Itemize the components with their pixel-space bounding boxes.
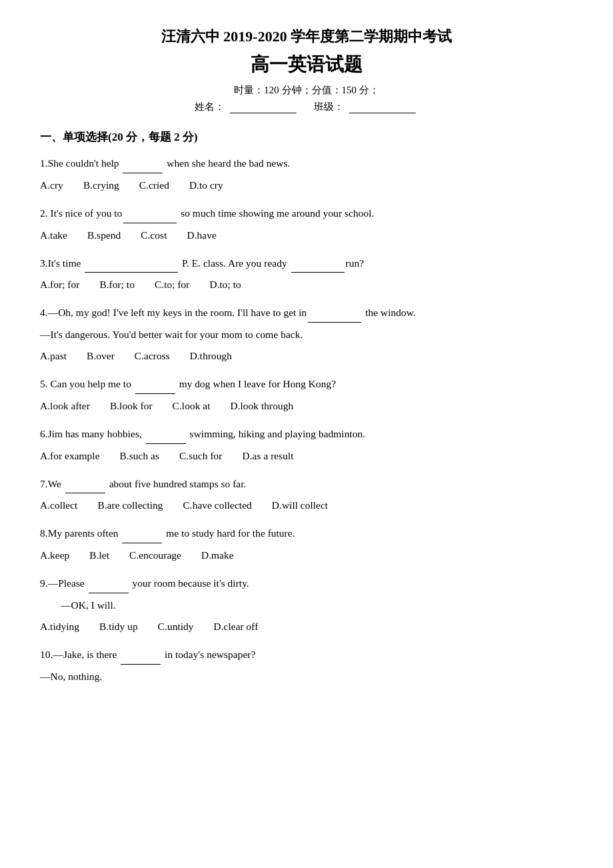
q3-text: 3.It's time P. E. class. Are you ready r…	[40, 254, 573, 273]
q5-optC: C.look at	[173, 397, 211, 415]
q1-optA: A.cry	[40, 176, 63, 195]
q8-optD: D.make	[201, 546, 234, 565]
q5-text: 5. Can you help me to my dog when I leav…	[40, 375, 573, 394]
q7-optD: D.will collect	[272, 496, 328, 515]
q6-optD: D.as a result	[243, 447, 294, 465]
q7-text: 7.We about five hundred stamps so far.	[40, 475, 573, 494]
q6-blank	[146, 425, 186, 444]
q1-optD: D.to cry	[189, 176, 223, 195]
question-5: 5. Can you help me to my dog when I leav…	[40, 375, 573, 415]
section1-title: 一、单项选择(20 分，每题 2 分)	[40, 129, 573, 145]
q10-blank	[121, 645, 161, 665]
class-blank	[349, 101, 416, 113]
q9-blank	[89, 574, 129, 593]
q8-optC: C.encourage	[129, 546, 181, 565]
question-9: 9.—Please your room because it's dirty. …	[40, 574, 573, 636]
q8-options: A.keep B.let C.encourage D.make	[40, 546, 573, 565]
q8-blank	[122, 524, 162, 543]
q6-optA: A.for example	[40, 447, 100, 465]
q4-text: 4.—Oh, my god! I've left my keys in the …	[40, 303, 573, 323]
name-label: 姓名：	[195, 101, 225, 112]
q5-optA: A.look after	[40, 397, 90, 415]
q3-blank1	[85, 254, 178, 273]
q9-optC: C.untidy	[158, 617, 194, 636]
q5-optD: D.look through	[230, 397, 293, 415]
q6-optB: B.such as	[120, 447, 159, 465]
q3-optA: A.for; for	[40, 275, 79, 294]
class-label: 班级：	[314, 101, 344, 112]
q9-optB: B.tidy up	[99, 617, 138, 636]
question-7: 7.We about five hundred stamps so far. A…	[40, 475, 573, 515]
q2-optD: D.have	[187, 226, 216, 245]
q9-text: 9.—Please your room because it's dirty.	[40, 574, 573, 593]
q10-text: 10.—Jake, is there in today's newspaper?	[40, 645, 573, 665]
question-2: 2. It's nice of you to so much time show…	[40, 204, 573, 245]
q10-text2: —No, nothing.	[40, 667, 573, 686]
q4-optB: B.over	[87, 347, 115, 365]
q2-blank	[123, 204, 177, 223]
q4-optC: C.across	[135, 347, 170, 365]
q9-text2: —OK, I will.	[40, 596, 573, 615]
q4-blank	[308, 303, 361, 323]
exam-title-main: 汪清六中 2019-2020 学年度第二学期期中考试	[40, 27, 573, 47]
q6-options: A.for example B.such as C.such for D.as …	[40, 447, 573, 465]
exam-header: 汪清六中 2019-2020 学年度第二学期期中考试 高一英语试题 时量：120…	[40, 27, 573, 113]
question-6: 6.Jim has many hobbies, swimming, hiking…	[40, 425, 573, 465]
q3-options: A.for; for B.for; to C.to; for D.to; to	[40, 275, 573, 294]
q7-optA: A.collect	[40, 496, 77, 515]
q3-optC: C.to; for	[155, 275, 190, 294]
question-4: 4.—Oh, my god! I've left my keys in the …	[40, 303, 573, 365]
q1-optC: C.cried	[139, 176, 169, 195]
q7-optC: C.have collected	[183, 496, 252, 515]
q2-optA: A.take	[40, 226, 67, 245]
q7-optB: B.are collecting	[97, 496, 163, 515]
q5-optB: B.look for	[110, 397, 153, 415]
exam-fields: 姓名： 班级：	[40, 101, 573, 113]
q2-optC: C.cost	[141, 226, 167, 245]
q7-blank	[65, 475, 105, 494]
q3-blank2	[291, 254, 344, 273]
question-3: 3.It's time P. E. class. Are you ready r…	[40, 254, 573, 295]
q2-text: 2. It's nice of you to so much time show…	[40, 204, 573, 223]
q5-blank	[135, 375, 175, 394]
question-1: 1.She couldn't help when she heard the b…	[40, 154, 573, 195]
q8-text: 8.My parents often me to study hard for …	[40, 524, 573, 543]
q1-blank	[123, 154, 163, 173]
question-10: 10.—Jake, is there in today's newspaper?…	[40, 645, 573, 686]
q1-options: A.cry B.crying C.cried D.to cry	[40, 176, 573, 195]
q6-optC: C.such for	[179, 447, 223, 465]
q5-options: A.look after B.look for C.look at D.look…	[40, 397, 573, 415]
q4-optD: D.through	[190, 347, 232, 365]
q9-options: A.tidying B.tidy up C.untidy D.clear off	[40, 617, 573, 636]
exam-time-score: 时量：120 分钟；分值：150 分；	[40, 84, 573, 97]
q3-optB: B.for; to	[99, 275, 135, 294]
q6-text: 6.Jim has many hobbies, swimming, hiking…	[40, 425, 573, 444]
q8-optA: A.keep	[40, 546, 69, 565]
name-blank	[230, 101, 297, 113]
q2-optB: B.spend	[87, 226, 121, 245]
q9-optA: A.tidying	[40, 617, 79, 636]
q8-optB: B.let	[89, 546, 109, 565]
q3-optD: D.to; to	[209, 275, 241, 294]
q9-optD: D.clear off	[214, 617, 259, 636]
q1-optB: B.crying	[83, 176, 119, 195]
q4-optA: A.past	[40, 347, 67, 365]
q2-options: A.take B.spend C.cost D.have	[40, 226, 573, 245]
q1-text: 1.She couldn't help when she heard the b…	[40, 154, 573, 173]
exam-title-sub: 高一英语试题	[40, 52, 573, 77]
q7-options: A.collect B.are collecting C.have collec…	[40, 496, 573, 515]
q4-options: A.past B.over C.across D.through	[40, 347, 573, 365]
q4-text2: —It's dangerous. You'd better wait for y…	[40, 325, 573, 344]
question-8: 8.My parents often me to study hard for …	[40, 524, 573, 565]
